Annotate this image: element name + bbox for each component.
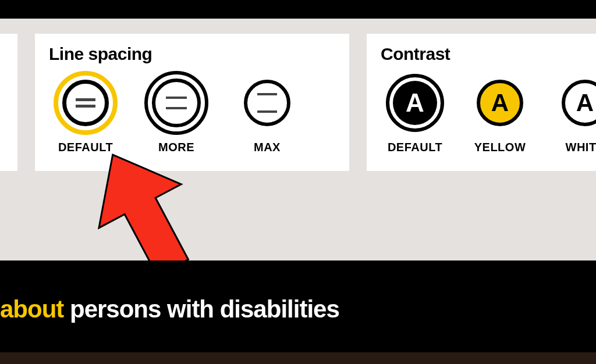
line-spacing-default-label: DEFAULT — [58, 141, 113, 154]
line-spacing-more-option[interactable]: MORE — [144, 71, 208, 154]
accessibility-panels: Line spacing DEFAULT MOR — [0, 34, 596, 171]
line-spacing-max-option[interactable]: MAX — [235, 71, 299, 154]
line-spacing-default-icon — [54, 71, 118, 135]
contrast-white-label: WHITE — [566, 141, 596, 154]
line-spacing-more-label: MORE — [158, 141, 194, 154]
line-spacing-default-option[interactable]: DEFAULT — [54, 71, 118, 154]
line-spacing-more-icon — [144, 71, 208, 135]
top-bar — [0, 0, 596, 19]
line-spacing-max-icon — [235, 71, 299, 135]
bottom-banner: about persons with disabilities — [0, 260, 596, 364]
contrast-yellow-label: YELLOW — [474, 141, 526, 154]
line-spacing-max-label: MAX — [254, 141, 281, 154]
line-spacing-options: DEFAULT MORE MAX — [49, 71, 335, 154]
contrast-yellow-icon: A — [477, 80, 523, 126]
contrast-default-option[interactable]: A DEFAULT — [383, 71, 447, 154]
contrast-white-option[interactable]: A WHITE — [553, 71, 596, 154]
contrast-white-icon: A — [562, 80, 596, 126]
contrast-default-label: DEFAULT — [388, 141, 442, 154]
bottom-heading-yellow: about — [0, 295, 63, 323]
contrast-title: Contrast — [381, 44, 596, 64]
bottom-heading-white: persons with disabilities — [70, 295, 339, 323]
bottom-heading: about persons with disabilities — [0, 295, 596, 323]
contrast-panel: Contrast A DEFAULT A YELLOW A — [367, 34, 596, 171]
bottom-strip — [0, 352, 596, 364]
contrast-options: A DEFAULT A YELLOW A WHITE — [381, 71, 596, 154]
contrast-default-icon: A — [386, 74, 444, 132]
contrast-yellow-option[interactable]: A YELLOW — [468, 71, 532, 154]
line-spacing-title: Line spacing — [49, 44, 335, 64]
panel-sliver — [0, 34, 17, 171]
line-spacing-panel: Line spacing DEFAULT MOR — [35, 34, 349, 171]
